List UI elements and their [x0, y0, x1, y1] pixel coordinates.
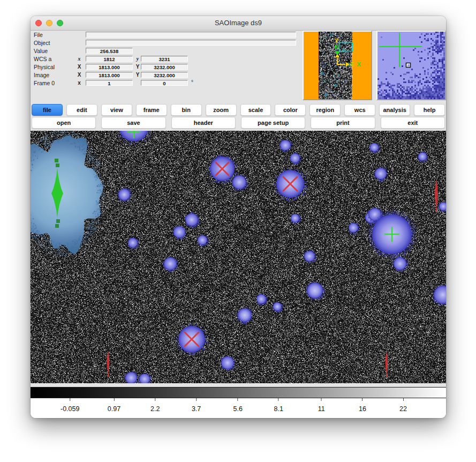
- file-field[interactable]: [86, 32, 296, 38]
- info-panel: File Object Value 256.538 WCS a x 1812 y…: [31, 31, 301, 87]
- menu-scale[interactable]: scale: [240, 104, 271, 116]
- image-area: [31, 131, 446, 383]
- magnifier-canvas: [377, 32, 445, 99]
- physical-y-axis-label: Y: [134, 64, 141, 70]
- object-label: Object: [34, 40, 50, 46]
- tick-label: 0.97: [108, 405, 120, 413]
- ds9-window: SAOImage ds9 File Object Value 256.538 W…: [31, 16, 446, 418]
- title-bar[interactable]: SAOImage ds9: [31, 16, 446, 31]
- wcs-x-axis-label: x: [76, 56, 82, 62]
- colorbar-tick: 16: [359, 398, 366, 413]
- menu-bin[interactable]: bin: [171, 104, 202, 116]
- menu-zoom[interactable]: zoom: [206, 104, 237, 116]
- action-print[interactable]: print: [311, 117, 375, 129]
- action-open[interactable]: open: [32, 117, 96, 129]
- frame-zoom-axis-label: x: [76, 80, 82, 86]
- wcs-y-field[interactable]: 3231: [141, 56, 188, 62]
- menu-analysis[interactable]: analysis: [379, 104, 410, 116]
- info-row-frame: Frame 0 x 1 0 °: [31, 79, 301, 87]
- tick-mark: [196, 398, 197, 401]
- info-row-wcs: WCS a x 1812 y 3231: [31, 55, 301, 63]
- degree-symbol: °: [191, 79, 193, 85]
- action-page-setup[interactable]: page setup: [241, 117, 305, 129]
- image-y-field[interactable]: 3232.000: [141, 72, 188, 78]
- info-row-image: Image X 1813.000 Y 3232.000: [31, 71, 301, 79]
- tick-mark: [238, 398, 238, 401]
- physical-x-field[interactable]: 1813.000: [86, 64, 133, 70]
- action-exit[interactable]: exit: [381, 117, 445, 129]
- info-row-physical: Physical X 1813.000 Y 3232.000: [31, 63, 301, 71]
- colorbar-tick: 0.97: [108, 398, 120, 413]
- colorbar-tick: 8.1: [274, 398, 283, 413]
- object-field[interactable]: [86, 40, 296, 46]
- window-title: SAOImage ds9: [31, 19, 446, 27]
- menu-help[interactable]: help: [414, 104, 445, 116]
- tick-mark: [362, 398, 363, 401]
- image-canvas[interactable]: [31, 131, 446, 383]
- colorbar[interactable]: [31, 387, 446, 398]
- menu-edit[interactable]: edit: [66, 104, 97, 116]
- action-bar: opensaveheaderpage setupprintexit: [32, 117, 445, 129]
- menu-bar: fileeditviewframebinzoomscalecolorregion…: [32, 104, 445, 116]
- tick-label: 11: [318, 405, 325, 413]
- menu-view[interactable]: view: [101, 104, 132, 116]
- menu-wcs[interactable]: wcs: [344, 104, 375, 116]
- tick-mark: [321, 398, 322, 401]
- colorbar-scale: -0.0590.972.23.75.68.1111622: [31, 398, 446, 418]
- tick-label: -0.059: [61, 405, 79, 413]
- physical-y-field[interactable]: 3232.000: [141, 64, 188, 70]
- frame-rotation-field[interactable]: 0: [141, 80, 188, 86]
- value-field[interactable]: 256.538: [86, 48, 133, 54]
- wcs-x-field[interactable]: 1812: [86, 56, 133, 62]
- panner-canvas[interactable]: [304, 32, 371, 99]
- menu-frame[interactable]: frame: [136, 104, 167, 116]
- menu-region[interactable]: region: [309, 104, 341, 116]
- physical-label: Physical: [34, 64, 55, 70]
- tick-mark: [155, 398, 155, 401]
- tick-mark: [403, 398, 404, 401]
- colorbar-tick: 22: [399, 398, 407, 413]
- tick-label: 3.7: [192, 405, 201, 413]
- tick-label: 2.2: [150, 405, 160, 413]
- info-row-value: Value 256.538: [31, 47, 301, 55]
- tick-label: 22: [399, 405, 407, 413]
- magnifier-panel: [376, 31, 446, 100]
- frame-zoom-field[interactable]: 1: [86, 80, 133, 86]
- file-label: File: [34, 32, 43, 38]
- colorbar-tick: 2.2: [150, 398, 160, 413]
- image-x-field[interactable]: 1813.000: [86, 72, 133, 78]
- colorbar-tick: 5.6: [233, 398, 243, 413]
- frame-label: Frame 0: [34, 80, 55, 86]
- action-save[interactable]: save: [101, 117, 165, 129]
- tick-label: 5.6: [233, 405, 243, 413]
- image-x-axis-label: X: [76, 72, 82, 78]
- wcs-y-axis-label: y: [134, 56, 141, 62]
- menu-color[interactable]: color: [275, 104, 306, 116]
- colorbar-tick: 3.7: [192, 398, 201, 413]
- menu-file[interactable]: file: [32, 104, 63, 116]
- image-y-axis-label: Y: [134, 72, 141, 78]
- image-label: Image: [34, 72, 49, 78]
- tick-label: 8.1: [274, 405, 283, 413]
- physical-x-axis-label: X: [76, 64, 82, 70]
- value-label: Value: [34, 48, 48, 54]
- colorbar-tick: 11: [318, 398, 325, 413]
- info-row-file: File: [31, 31, 301, 39]
- tick-label: 16: [359, 405, 366, 413]
- panner-panel: [303, 31, 372, 100]
- action-header[interactable]: header: [171, 117, 236, 129]
- colorbar-tick: -0.059: [61, 398, 79, 413]
- tick-mark: [70, 398, 70, 401]
- tick-mark: [278, 398, 279, 401]
- wcs-label: WCS a: [34, 56, 51, 62]
- tick-mark: [114, 398, 114, 401]
- info-row-object: Object: [31, 39, 301, 47]
